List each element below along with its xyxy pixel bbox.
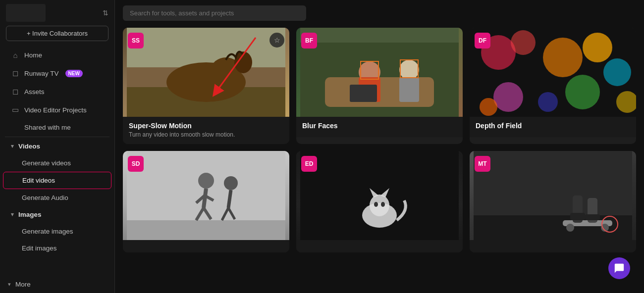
card-ed[interactable]: ED (296, 151, 463, 252)
card-badge-df: DF (475, 33, 490, 49)
svg-rect-29 (127, 220, 285, 240)
svg-point-25 (538, 92, 558, 112)
chevron-down-icon: ▾ (11, 143, 14, 149)
chat-button[interactable] (608, 257, 630, 279)
sidebar: ⇅ + Invite Collaborators ⌂ Home ◻ Runway… (0, 0, 115, 293)
card-sd[interactable]: SD (123, 151, 289, 252)
svg-rect-1 (127, 28, 285, 67)
svg-rect-55 (585, 214, 600, 220)
sidebar-item-shared[interactable]: Shared with me (3, 119, 111, 136)
card-badge-bf: BF (301, 33, 317, 49)
card-star-button[interactable]: ☆ (269, 33, 284, 48)
tv-icon: ◻ (11, 69, 20, 78)
sidebar-item-runway-tv[interactable]: ◻ Runway TV NEW (3, 64, 111, 82)
running-image (123, 151, 289, 240)
card-badge-mt: MT (475, 156, 490, 172)
sidebar-section-videos[interactable]: ▾ Videos (3, 138, 111, 154)
sidebar-item-generate-videos-label: Generate videos (22, 159, 71, 167)
svg-point-30 (198, 173, 214, 189)
card-badge-ed: ED (301, 156, 317, 172)
invite-collaborators-button[interactable]: + Invite Collaborators (6, 26, 108, 41)
sidebar-item-video-editor[interactable]: ▭ Video Editor Projects (3, 101, 111, 119)
sidebar-item-generate-images-label: Generate images (22, 228, 73, 235)
assets-icon: ◻ (11, 87, 20, 96)
skate-image (470, 151, 636, 240)
svg-point-22 (603, 58, 631, 86)
sidebar-item-generate-audio-label: Generate Audio (22, 194, 68, 201)
sidebar-item-edit-images-label: Edit images (22, 244, 57, 252)
sidebar-nav: ⌂ Home ◻ Runway TV NEW ◻ Assets ▭ Video … (0, 46, 114, 276)
svg-point-20 (543, 38, 583, 77)
sidebar-section-videos-label: Videos (18, 143, 40, 150)
chevron-down-icon-more: ▾ (8, 281, 11, 288)
logo (6, 4, 46, 22)
divider (5, 137, 109, 137)
svg-point-19 (511, 30, 536, 55)
card-badge-sd: SD (128, 156, 144, 172)
card-badge-ss: SS (128, 33, 144, 49)
svg-point-23 (565, 75, 600, 109)
svg-point-12 (399, 60, 419, 80)
svg-point-21 (583, 33, 612, 62)
sidebar-section-images[interactable]: ▾ Images (3, 206, 111, 223)
sidebar-item-home[interactable]: ⌂ Home (3, 47, 111, 64)
sidebar-footer-more[interactable]: ▾ More (0, 276, 114, 293)
logo-area: ⇅ (0, 0, 114, 26)
svg-point-45 (374, 202, 378, 207)
horse-image (123, 28, 289, 117)
sidebar-item-generate-images[interactable]: Generate images (3, 223, 111, 240)
svg-line-37 (228, 190, 231, 208)
svg-point-50 (566, 224, 574, 232)
chevron-down-icon-images: ▾ (11, 211, 14, 218)
svg-point-27 (480, 98, 497, 116)
sidebar-item-assets-label: Assets (24, 88, 45, 96)
svg-point-36 (224, 176, 238, 190)
sidebar-footer-more-label: More (15, 281, 31, 288)
card-desc-ss: Turn any video into smooth slow motion. (129, 131, 283, 138)
card-super-slow-motion[interactable]: SS ☆ Super-Slow Motion Turn any video in… (123, 28, 289, 144)
sidebar-item-shared-label: Shared with me (24, 124, 71, 131)
card-info-sd (123, 240, 289, 252)
sidebar-section-images-label: Images (18, 211, 42, 218)
chat-icon (614, 263, 625, 274)
card-info-ss: Super-Slow Motion Turn any video into sm… (123, 117, 289, 144)
card-title-bf: Blur Faces (302, 122, 457, 130)
sidebar-item-generate-videos[interactable]: Generate videos (3, 155, 111, 171)
card-info-mt (470, 240, 636, 252)
video-editor-icon: ▭ (11, 105, 20, 114)
svg-rect-16 (350, 85, 377, 102)
search-input[interactable] (123, 5, 306, 21)
bokeh-image (470, 28, 636, 117)
main-content: SS ☆ Super-Slow Motion Turn any video in… (115, 0, 644, 293)
card-info-df: Depth of Field (470, 117, 636, 137)
svg-point-42 (370, 195, 389, 216)
svg-rect-54 (570, 213, 585, 220)
workspace-switcher[interactable]: ⇅ (103, 9, 108, 17)
svg-line-31 (204, 189, 206, 208)
svg-rect-13 (399, 77, 419, 102)
sidebar-item-assets[interactable]: ◻ Assets (3, 83, 111, 100)
sidebar-item-edit-videos[interactable]: Edit videos (3, 172, 111, 189)
card-mt[interactable]: MT (470, 151, 636, 252)
card-title-df: Depth of Field (476, 122, 630, 130)
card-title-ss: Super-Slow Motion (129, 122, 283, 130)
home-icon: ⌂ (11, 51, 20, 59)
svg-point-46 (381, 202, 385, 207)
new-badge: NEW (65, 70, 83, 77)
sidebar-item-home-label: Home (24, 51, 42, 59)
card-info-bf: Blur Faces (296, 117, 463, 137)
card-blur-faces[interactable]: BF Blur Faces (296, 28, 463, 144)
sidebar-item-video-editor-label: Video Editor Projects (24, 106, 87, 114)
sidebar-item-edit-images[interactable]: Edit images (3, 240, 111, 256)
card-depth-of-field[interactable]: DF Depth of Field (470, 28, 636, 144)
sidebar-item-runway-tv-label: Runway TV (24, 70, 59, 77)
dark-image (296, 151, 463, 240)
sidebar-item-edit-videos-label: Edit videos (22, 177, 55, 184)
office-image (296, 28, 463, 117)
sidebar-item-generate-audio[interactable]: Generate Audio (3, 190, 111, 206)
card-info-ed (296, 240, 463, 252)
svg-point-24 (493, 82, 523, 112)
cards-grid: SS ☆ Super-Slow Motion Turn any video in… (115, 26, 644, 293)
search-bar-area (115, 0, 644, 26)
